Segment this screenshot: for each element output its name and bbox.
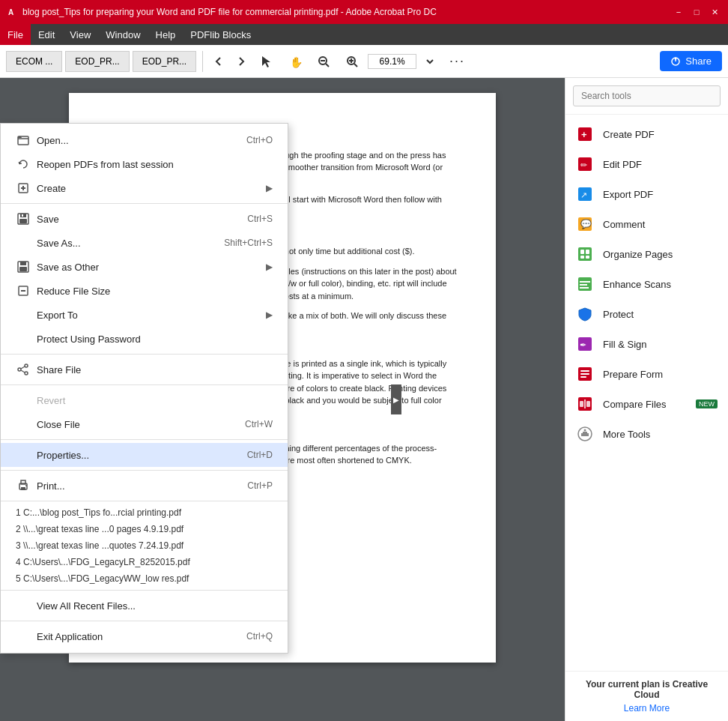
fm-save-shortcut: Ctrl+S	[247, 214, 273, 224]
svg-point-44	[584, 429, 586, 432]
menu-file[interactable]: File	[0, 24, 31, 45]
tab-ecom[interactable]: ECOM ...	[6, 51, 62, 72]
fm-divider-5	[1, 470, 288, 471]
export-arrow-icon: ▶	[266, 310, 273, 320]
svg-rect-26	[586, 250, 589, 254]
fm-save-as[interactable]: Save As... Shift+Ctrl+S	[1, 231, 288, 255]
zoom-dropdown-button[interactable]	[419, 54, 440, 69]
menu-help[interactable]: Help	[148, 24, 183, 45]
new-badge: NEW	[696, 399, 718, 408]
fm-divider-4	[1, 439, 288, 440]
fm-protect[interactable]: Protect Using Password	[1, 327, 288, 351]
svg-line-6	[326, 64, 329, 67]
tool-prepare-form[interactable]: Prepare Form	[565, 359, 728, 389]
svg-rect-32	[580, 287, 589, 289]
maximize-button[interactable]: □	[689, 4, 704, 19]
tab-eod2[interactable]: EOD_PR...	[133, 51, 196, 72]
compare-files-icon	[576, 395, 594, 413]
fm-divider-7	[1, 590, 288, 591]
svg-text:💬: 💬	[580, 218, 592, 229]
zoom-in-button[interactable]	[339, 52, 365, 71]
tool-more-tools[interactable]: More Tools	[565, 419, 728, 449]
fm-recent-4[interactable]: 4 C:\Users\...\FDG_LegacyLR_8252015.pdf	[1, 554, 288, 570]
zoom-level-display[interactable]: 69.1%	[368, 54, 416, 69]
save-as-other-icon	[16, 259, 31, 274]
fm-print[interactable]: Print... Ctrl+P	[1, 474, 288, 498]
tab-eod1[interactable]: EOD_PR...	[65, 51, 129, 72]
protect-label: Protect	[603, 309, 634, 320]
fm-reduce-file-size[interactable]: Reduce File Size	[1, 279, 288, 303]
menu-window[interactable]: Window	[98, 24, 148, 45]
fm-recent-2[interactable]: 2 \\...\great texas line ...0 pages 4.9.…	[1, 521, 288, 537]
svg-line-62	[21, 370, 25, 372]
tool-organize-pages[interactable]: Organize Pages	[565, 239, 728, 269]
search-tools-input[interactable]	[573, 85, 721, 106]
fm-save-as-other[interactable]: Save as Other ▶	[1, 255, 288, 279]
tools-list: + Create PDF ✏ Edit PDF ↗ Export PDF	[565, 115, 728, 671]
svg-rect-31	[580, 284, 587, 286]
fm-export-to[interactable]: Export To ▶	[1, 303, 288, 327]
create-pdf-icon: +	[576, 125, 594, 143]
search-tools-container	[565, 78, 728, 115]
svg-rect-51	[19, 219, 27, 223]
comment-label: Comment	[603, 219, 645, 230]
svg-text:✋: ✋	[290, 56, 302, 68]
menu-edit[interactable]: Edit	[31, 24, 62, 45]
export-icon	[16, 307, 31, 322]
cursor-tool-button[interactable]	[254, 52, 279, 71]
panel-collapse-arrow[interactable]: ▶	[391, 384, 401, 414]
create-pdf-label: Create PDF	[603, 129, 655, 140]
more-options-button[interactable]: ···	[443, 50, 471, 72]
fm-view-all-recent[interactable]: View All Recent Files...	[1, 594, 288, 618]
next-page-button[interactable]	[231, 52, 251, 71]
fm-create-label: Create	[37, 183, 66, 194]
organize-pages-icon	[576, 245, 594, 263]
fm-exit[interactable]: Exit Application Ctrl+Q	[1, 624, 288, 648]
fm-divider-2	[1, 354, 288, 355]
fm-save[interactable]: Save Ctrl+S	[1, 207, 288, 231]
fm-properties-label: Properties...	[37, 450, 89, 461]
share-button[interactable]: Share	[660, 51, 722, 71]
close-button[interactable]: ✕	[707, 4, 722, 19]
file-menu-dropdown: Open... Ctrl+O Reopen PDFs from last ses…	[0, 123, 288, 654]
fm-properties[interactable]: Properties... Ctrl+D	[1, 443, 288, 467]
fm-reopen-label: Reopen PDFs from last session	[37, 159, 174, 170]
fm-share-file[interactable]: Share File	[1, 358, 288, 381]
tool-export-pdf[interactable]: ↗ Export PDF	[565, 179, 728, 209]
organize-pages-label: Organize Pages	[603, 249, 673, 260]
svg-rect-37	[580, 373, 589, 375]
prev-page-button[interactable]	[209, 52, 228, 71]
tool-edit-pdf[interactable]: ✏ Edit PDF	[565, 149, 728, 179]
tool-create-pdf[interactable]: + Create PDF	[565, 119, 728, 149]
fm-create[interactable]: Create ▶	[1, 176, 288, 200]
svg-rect-65	[21, 487, 25, 490]
create-icon	[16, 181, 31, 196]
svg-rect-64	[21, 480, 25, 484]
tool-comment[interactable]: 💬 Comment	[565, 209, 728, 239]
fm-recent-3[interactable]: 3 \\...\great texas line ...quotes 7.24.…	[1, 537, 288, 554]
tool-protect[interactable]: Protect	[565, 299, 728, 329]
save-icon	[16, 211, 31, 226]
minimize-button[interactable]: −	[671, 4, 686, 19]
fm-recent-5[interactable]: 5 C:\Users\...\FDG_LegacyWW_low res.pdf	[1, 570, 288, 587]
fm-recent-1[interactable]: 1 C:...\blog post_Tips fo...rcial printi…	[1, 504, 288, 521]
fm-reopen[interactable]: Reopen PDFs from last session	[1, 152, 288, 176]
svg-text:↗: ↗	[580, 190, 587, 199]
view-all-icon	[16, 598, 31, 613]
menu-pdflib[interactable]: PDFlib Blocks	[183, 24, 258, 45]
fm-close-file[interactable]: Close File Ctrl+W	[1, 412, 288, 436]
properties-icon	[16, 447, 31, 462]
svg-point-66	[25, 485, 27, 486]
tool-enhance-scans[interactable]: Enhance Scans	[565, 269, 728, 299]
zoom-out-button[interactable]	[311, 52, 336, 71]
hand-tool-button[interactable]: ✋	[282, 52, 308, 71]
tool-compare-files[interactable]: Compare Files NEW	[565, 389, 728, 419]
learn-more-link[interactable]: Learn More	[576, 703, 718, 714]
svg-text:A: A	[8, 8, 13, 16]
fm-exit-label: Exit Application	[37, 631, 103, 642]
menu-view[interactable]: View	[62, 24, 98, 45]
fm-open[interactable]: Open... Ctrl+O	[1, 128, 288, 152]
tool-fill-sign[interactable]: ✒ Fill & Sign	[565, 329, 728, 359]
fm-divider-3	[1, 384, 288, 385]
fm-revert-label: Revert	[37, 395, 65, 406]
